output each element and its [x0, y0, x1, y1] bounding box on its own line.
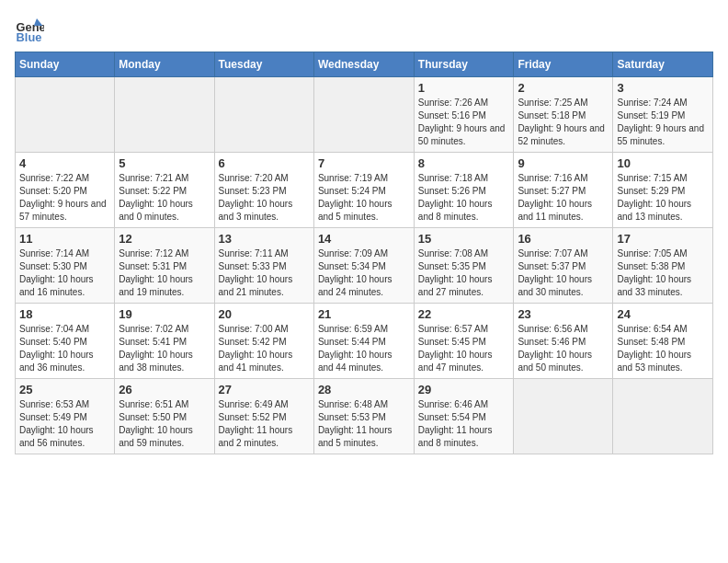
calendar-table: SundayMondayTuesdayWednesdayThursdayFrid… [15, 52, 713, 454]
day-info: Sunrise: 7:18 AMSunset: 5:26 PMDaylight:… [418, 172, 510, 224]
day-info: Sunrise: 7:11 AMSunset: 5:33 PMDaylight:… [219, 247, 310, 299]
day-number: 17 [617, 232, 709, 246]
calendar-cell: 11Sunrise: 7:14 AMSunset: 5:30 PMDayligh… [16, 228, 115, 304]
logo: General Blue [15, 15, 48, 44]
calendar-cell: 22Sunrise: 6:57 AMSunset: 5:45 PMDayligh… [414, 304, 514, 379]
day-info: Sunrise: 7:09 AMSunset: 5:34 PMDaylight:… [318, 247, 410, 299]
day-of-week-header: Friday [514, 52, 613, 77]
day-number: 7 [318, 156, 410, 170]
calendar-cell [514, 379, 613, 454]
calendar-cell: 15Sunrise: 7:08 AMSunset: 5:35 PMDayligh… [414, 228, 514, 304]
calendar-cell [214, 77, 313, 153]
day-number: 27 [219, 383, 310, 396]
day-info: Sunrise: 7:21 AMSunset: 5:22 PMDaylight:… [119, 172, 210, 224]
day-info: Sunrise: 7:14 AMSunset: 5:30 PMDaylight:… [19, 247, 110, 299]
calendar-cell: 14Sunrise: 7:09 AMSunset: 5:34 PMDayligh… [313, 228, 414, 304]
calendar-cell: 29Sunrise: 6:46 AMSunset: 5:54 PMDayligh… [414, 379, 514, 454]
day-number: 4 [19, 156, 110, 170]
day-of-week-header: Saturday [613, 52, 713, 77]
calendar-cell: 9Sunrise: 7:16 AMSunset: 5:27 PMDaylight… [514, 153, 613, 228]
day-number: 22 [418, 307, 510, 321]
calendar-cell: 18Sunrise: 7:04 AMSunset: 5:40 PMDayligh… [16, 304, 115, 379]
calendar-cell: 23Sunrise: 6:56 AMSunset: 5:46 PMDayligh… [514, 304, 613, 379]
day-of-week-header: Monday [115, 52, 214, 77]
day-number: 18 [19, 307, 110, 321]
day-info: Sunrise: 7:00 AMSunset: 5:42 PMDaylight:… [219, 323, 310, 374]
logo-icon: General Blue [15, 15, 44, 44]
day-info: Sunrise: 6:57 AMSunset: 5:45 PMDaylight:… [418, 323, 510, 374]
day-number: 21 [318, 307, 410, 321]
calendar-cell [16, 77, 115, 153]
day-number: 8 [418, 156, 510, 170]
day-info: Sunrise: 7:19 AMSunset: 5:24 PMDaylight:… [318, 172, 410, 224]
day-info: Sunrise: 7:26 AMSunset: 5:16 PMDaylight:… [418, 97, 510, 148]
day-info: Sunrise: 7:25 AMSunset: 5:18 PMDaylight:… [518, 97, 609, 148]
calendar-cell [115, 77, 214, 153]
day-number: 20 [219, 307, 310, 321]
calendar-cell: 5Sunrise: 7:21 AMSunset: 5:22 PMDaylight… [115, 153, 214, 228]
day-of-week-header: Sunday [16, 52, 115, 77]
calendar-cell: 3Sunrise: 7:24 AMSunset: 5:19 PMDaylight… [613, 77, 713, 153]
calendar-cell: 4Sunrise: 7:22 AMSunset: 5:20 PMDaylight… [16, 153, 115, 228]
calendar-cell: 24Sunrise: 6:54 AMSunset: 5:48 PMDayligh… [613, 304, 713, 379]
day-number: 2 [518, 81, 609, 95]
day-info: Sunrise: 6:59 AMSunset: 5:44 PMDaylight:… [318, 323, 410, 374]
calendar-cell: 13Sunrise: 7:11 AMSunset: 5:33 PMDayligh… [214, 228, 313, 304]
day-number: 29 [418, 383, 510, 396]
day-of-week-header: Tuesday [214, 52, 313, 77]
day-number: 5 [119, 156, 210, 170]
svg-text:Blue: Blue [17, 30, 42, 44]
calendar-cell: 7Sunrise: 7:19 AMSunset: 5:24 PMDaylight… [313, 153, 414, 228]
calendar-cell [313, 77, 414, 153]
day-number: 6 [219, 156, 310, 170]
day-info: Sunrise: 7:07 AMSunset: 5:37 PMDaylight:… [518, 247, 609, 299]
day-number: 26 [119, 383, 210, 396]
calendar-cell: 27Sunrise: 6:49 AMSunset: 5:52 PMDayligh… [214, 379, 313, 454]
day-number: 25 [19, 383, 110, 396]
calendar-cell: 26Sunrise: 6:51 AMSunset: 5:50 PMDayligh… [115, 379, 214, 454]
day-info: Sunrise: 7:16 AMSunset: 5:27 PMDaylight:… [518, 172, 609, 224]
calendar-cell: 28Sunrise: 6:48 AMSunset: 5:53 PMDayligh… [313, 379, 414, 454]
day-number: 28 [318, 383, 410, 396]
calendar-cell: 16Sunrise: 7:07 AMSunset: 5:37 PMDayligh… [514, 228, 613, 304]
day-number: 24 [617, 307, 709, 321]
calendar-cell: 8Sunrise: 7:18 AMSunset: 5:26 PMDaylight… [414, 153, 514, 228]
calendar-cell: 20Sunrise: 7:00 AMSunset: 5:42 PMDayligh… [214, 304, 313, 379]
day-info: Sunrise: 7:20 AMSunset: 5:23 PMDaylight:… [219, 172, 310, 224]
day-number: 16 [518, 232, 609, 246]
day-info: Sunrise: 7:15 AMSunset: 5:29 PMDaylight:… [617, 172, 709, 224]
day-info: Sunrise: 7:12 AMSunset: 5:31 PMDaylight:… [119, 247, 210, 299]
day-of-week-header: Wednesday [313, 52, 414, 77]
day-info: Sunrise: 6:56 AMSunset: 5:46 PMDaylight:… [518, 323, 609, 374]
calendar-cell: 19Sunrise: 7:02 AMSunset: 5:41 PMDayligh… [115, 304, 214, 379]
day-info: Sunrise: 6:46 AMSunset: 5:54 PMDaylight:… [418, 398, 510, 450]
day-info: Sunrise: 7:04 AMSunset: 5:40 PMDaylight:… [19, 323, 110, 374]
calendar-cell: 25Sunrise: 6:53 AMSunset: 5:49 PMDayligh… [16, 379, 115, 454]
day-number: 23 [518, 307, 609, 321]
day-number: 14 [318, 232, 410, 246]
day-info: Sunrise: 6:53 AMSunset: 5:49 PMDaylight:… [19, 398, 110, 450]
day-number: 9 [518, 156, 609, 170]
calendar-cell: 17Sunrise: 7:05 AMSunset: 5:38 PMDayligh… [613, 228, 713, 304]
day-number: 1 [418, 81, 510, 95]
day-info: Sunrise: 7:22 AMSunset: 5:20 PMDaylight:… [19, 172, 110, 224]
day-info: Sunrise: 6:54 AMSunset: 5:48 PMDaylight:… [617, 323, 709, 374]
day-info: Sunrise: 6:49 AMSunset: 5:52 PMDaylight:… [219, 398, 310, 450]
calendar-cell: 2Sunrise: 7:25 AMSunset: 5:18 PMDaylight… [514, 77, 613, 153]
header: General Blue [15, 15, 713, 44]
day-number: 13 [219, 232, 310, 246]
day-of-week-header: Thursday [414, 52, 514, 77]
day-number: 19 [119, 307, 210, 321]
day-number: 3 [617, 81, 709, 95]
day-number: 12 [119, 232, 210, 246]
day-info: Sunrise: 7:08 AMSunset: 5:35 PMDaylight:… [418, 247, 510, 299]
day-info: Sunrise: 7:05 AMSunset: 5:38 PMDaylight:… [617, 247, 709, 299]
day-number: 10 [617, 156, 709, 170]
calendar-cell: 21Sunrise: 6:59 AMSunset: 5:44 PMDayligh… [313, 304, 414, 379]
day-number: 11 [19, 232, 110, 246]
calendar-cell: 6Sunrise: 7:20 AMSunset: 5:23 PMDaylight… [214, 153, 313, 228]
calendar-cell: 10Sunrise: 7:15 AMSunset: 5:29 PMDayligh… [613, 153, 713, 228]
calendar-cell: 12Sunrise: 7:12 AMSunset: 5:31 PMDayligh… [115, 228, 214, 304]
calendar-cell: 1Sunrise: 7:26 AMSunset: 5:16 PMDaylight… [414, 77, 514, 153]
day-info: Sunrise: 7:24 AMSunset: 5:19 PMDaylight:… [617, 97, 709, 148]
